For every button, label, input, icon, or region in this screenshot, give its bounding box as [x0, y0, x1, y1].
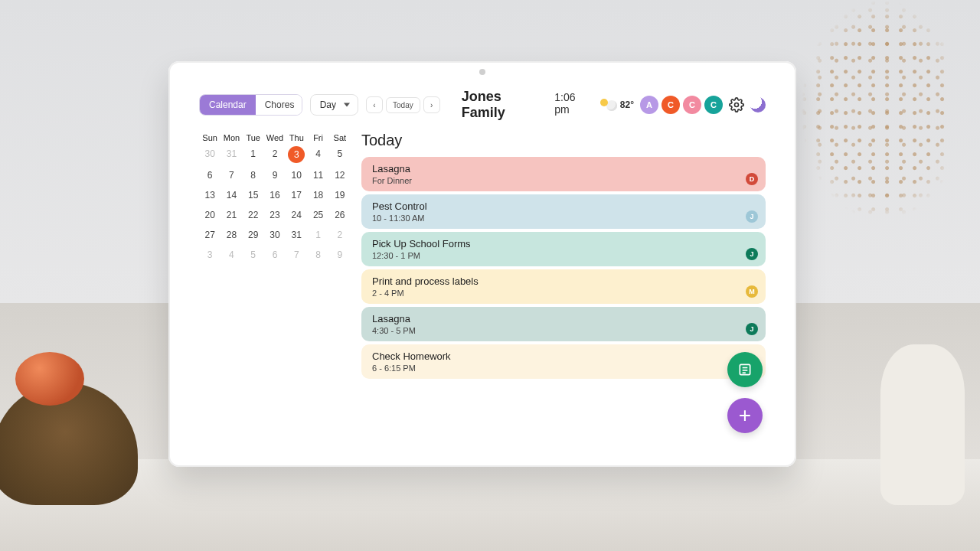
mini-cal-day[interactable]: 7 [220, 165, 242, 185]
mini-cal-day[interactable]: 28 [220, 225, 242, 245]
mini-cal-dow: Sat [329, 132, 351, 144]
timeframe-dropdown[interactable]: Day [310, 94, 358, 116]
countertop-decor [0, 459, 980, 551]
mini-cal-dow: Thu [286, 132, 307, 144]
mini-cal-day[interactable]: 9 [329, 245, 351, 265]
mini-cal-day[interactable]: 20 [199, 205, 220, 225]
mini-cal-day[interactable]: 8 [307, 245, 328, 265]
agenda-event[interactable]: LasagnaFor DinnerD [361, 157, 766, 191]
event-title: Check Homework [372, 350, 755, 362]
event-subtitle: For Dinner [372, 176, 755, 185]
mini-cal-day[interactable]: 24 [286, 205, 307, 225]
mini-cal-day[interactable]: 30 [264, 225, 286, 245]
mini-cal-dow: Wed [264, 132, 286, 144]
mini-cal-dow: Mon [220, 132, 242, 144]
mini-cal-week: 13141516171819 [199, 185, 351, 205]
mini-cal-day[interactable]: 18 [307, 185, 328, 205]
mini-cal-day[interactable]: 11 [307, 165, 328, 185]
list-fab[interactable] [727, 352, 763, 387]
avatar-chip[interactable]: C [683, 96, 701, 114]
mini-cal-day[interactable]: 23 [264, 205, 286, 225]
today-button[interactable]: Today [386, 97, 420, 113]
mini-cal-day[interactable]: 6 [264, 245, 286, 265]
mini-cal-day[interactable]: 31 [220, 144, 242, 165]
mini-cal-day[interactable]: 27 [199, 225, 220, 245]
tab-calendar[interactable]: Calendar [200, 95, 256, 115]
mini-cal-day[interactable]: 5 [243, 245, 264, 265]
mini-cal-day[interactable]: 31 [286, 225, 307, 245]
weather-widget[interactable]: 82° [600, 99, 634, 111]
mini-cal-day[interactable]: 29 [243, 225, 264, 245]
mini-cal-day[interactable]: 8 [243, 165, 264, 185]
event-title: Lasagna [372, 313, 755, 324]
mini-cal-day[interactable]: 9 [264, 165, 286, 185]
mini-cal-dow: Fri [307, 132, 328, 144]
avatar-chip[interactable]: C [704, 96, 723, 114]
mini-cal-day[interactable]: 22 [243, 205, 264, 225]
next-day-button[interactable]: › [423, 96, 440, 113]
event-subtitle: 6 - 6:15 PM [372, 364, 755, 373]
mini-cal-day[interactable]: 21 [220, 205, 242, 225]
mini-cal-week: 6789101112 [199, 165, 351, 185]
settings-icon[interactable] [729, 97, 744, 112]
event-owner-dot: J [746, 323, 758, 335]
date-nav: ‹ Today › [366, 96, 440, 113]
mini-cal-day[interactable]: 13 [199, 185, 220, 205]
mini-cal-day[interactable]: 2 [264, 144, 286, 165]
mini-cal-dow: Tue [243, 132, 264, 144]
mini-cal-day[interactable]: 19 [329, 185, 351, 205]
header-title: Jones Family 1:06 pm [462, 89, 593, 121]
night-mode-icon[interactable] [750, 97, 766, 112]
header-right: 82° ACCC [600, 96, 766, 114]
plus-icon: + [739, 405, 751, 426]
agenda-event[interactable]: Check Homework6 - 6:15 PMM [361, 344, 766, 379]
mini-cal-day[interactable]: 1 [307, 225, 328, 245]
weather-temp: 82° [620, 99, 634, 110]
mini-cal-week: 20212223242526 [199, 205, 351, 225]
partly-cloudy-icon [600, 99, 617, 111]
mini-cal-day[interactable]: 16 [264, 185, 286, 205]
mini-cal-day[interactable]: 1 [243, 144, 264, 165]
tab-chores[interactable]: Chores [256, 95, 302, 115]
mini-cal-dow: Sun [199, 132, 220, 144]
mini-cal-day[interactable]: 5 [329, 144, 351, 165]
agenda-event[interactable]: Lasagna4:30 - 5 PMJ [361, 307, 766, 341]
top-bar: Calendar Chores Day ‹ Today › Jones Fami… [199, 89, 766, 121]
agenda-event[interactable]: Pick Up School Forms12:30 - 1 PMJ [361, 232, 766, 266]
mini-cal-day[interactable]: 10 [286, 165, 307, 185]
dried-flowers-decor [781, 0, 949, 276]
agenda-heading: Today [361, 132, 766, 149]
mini-cal-day[interactable]: 12 [329, 165, 351, 185]
agenda-event[interactable]: Print and process labels2 - 4 PMM [361, 269, 766, 304]
event-subtitle: 12:30 - 1 PM [372, 251, 755, 260]
prev-day-button[interactable]: ‹ [366, 96, 383, 113]
mini-cal-day[interactable]: 3 [288, 146, 305, 163]
mini-cal-day[interactable]: 4 [220, 245, 242, 265]
mini-cal-week: 303112345 [199, 144, 351, 165]
event-title: Print and process labels [372, 276, 755, 287]
agenda-event[interactable]: Pest Control10 - 11:30 AMJ [361, 194, 766, 229]
event-title: Pest Control [372, 201, 755, 212]
agenda-panel: Today LasagnaFor DinnerDPest Control10 -… [361, 132, 766, 448]
avatar-chip[interactable]: C [662, 96, 680, 114]
vase-decor [880, 344, 965, 505]
event-owner-dot: M [746, 285, 758, 298]
event-owner-dot: D [746, 173, 758, 185]
mini-cal-day[interactable]: 30 [199, 144, 220, 165]
add-event-fab[interactable]: + [727, 398, 763, 433]
mini-cal-day[interactable]: 7 [286, 245, 307, 265]
mini-cal-day[interactable]: 14 [220, 185, 242, 205]
mini-cal-day[interactable]: 6 [199, 165, 220, 185]
mini-cal-day[interactable]: 17 [286, 185, 307, 205]
event-subtitle: 2 - 4 PM [372, 289, 755, 298]
fruit-decor [15, 352, 84, 406]
avatar-chip[interactable]: A [640, 96, 658, 114]
mini-cal-day[interactable]: 25 [307, 205, 328, 225]
mini-cal-day[interactable]: 2 [329, 225, 351, 245]
mini-cal-day[interactable]: 3 [199, 245, 220, 265]
list-icon [737, 362, 753, 377]
mini-cal-day[interactable]: 26 [329, 205, 351, 225]
mini-cal-day[interactable]: 15 [243, 185, 264, 205]
main-body: SunMonTueWedThuFriSat 303112345678910111… [199, 132, 766, 448]
mini-cal-day[interactable]: 4 [307, 144, 328, 165]
